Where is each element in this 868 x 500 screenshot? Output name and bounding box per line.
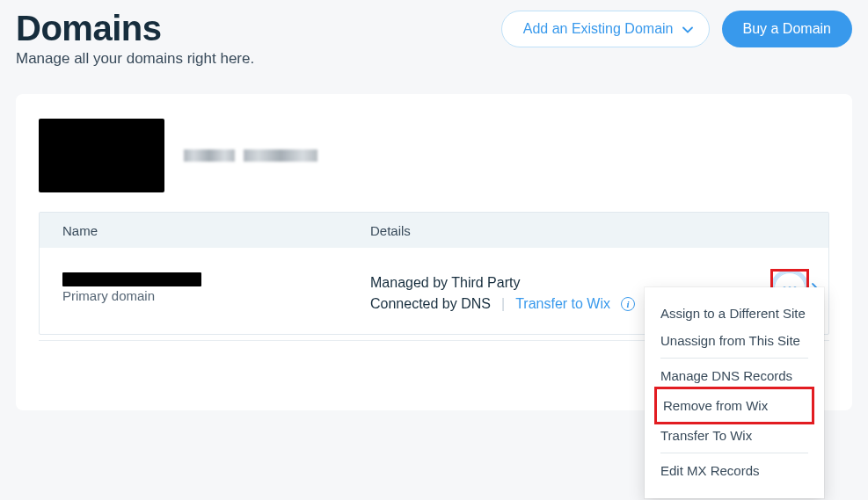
site-header — [16, 94, 852, 212]
menu-item-manage-dns[interactable]: Manage DNS Records — [657, 362, 812, 389]
transfer-to-wix-link[interactable]: Transfer to Wix — [515, 293, 610, 315]
menu-item-transfer-to-wix[interactable]: Transfer To Wix — [657, 422, 812, 449]
chevron-down-icon — [682, 21, 693, 37]
menu-divider — [660, 453, 808, 453]
page-subtitle: Manage all your domains right here. — [16, 50, 852, 68]
connected-by-text: Connected by DNS — [370, 293, 491, 315]
buy-domain-label: Buy a Domain — [743, 21, 832, 37]
info-icon[interactable]: i — [621, 297, 635, 311]
domain-name-redacted — [62, 272, 201, 286]
add-existing-domain-button[interactable]: Add an Existing Domain — [501, 11, 710, 47]
buy-domain-button[interactable]: Buy a Domain — [722, 11, 853, 47]
menu-divider — [660, 358, 808, 359]
domains-card: Name Details Primary domain Managed by T… — [16, 94, 852, 410]
separator: | — [501, 293, 505, 315]
column-header-name: Name — [62, 223, 370, 238]
site-title-redacted — [184, 149, 317, 162]
more-actions-menu: Assign to a Different Site Unassign from… — [645, 287, 824, 498]
menu-item-edit-mx[interactable]: Edit MX Records — [657, 457, 812, 484]
add-existing-domain-label: Add an Existing Domain — [523, 21, 674, 37]
menu-item-assign-different-site[interactable]: Assign to a Different Site — [657, 300, 812, 327]
menu-item-unassign[interactable]: Unassign from This Site — [657, 327, 812, 354]
primary-domain-label: Primary domain — [62, 288, 370, 303]
table-header: Name Details — [40, 213, 828, 248]
column-header-details: Details — [370, 223, 735, 238]
site-thumbnail — [39, 119, 164, 192]
menu-item-remove-from-wix[interactable]: Remove from Wix — [654, 387, 814, 424]
page-title: Domains — [16, 9, 161, 48]
